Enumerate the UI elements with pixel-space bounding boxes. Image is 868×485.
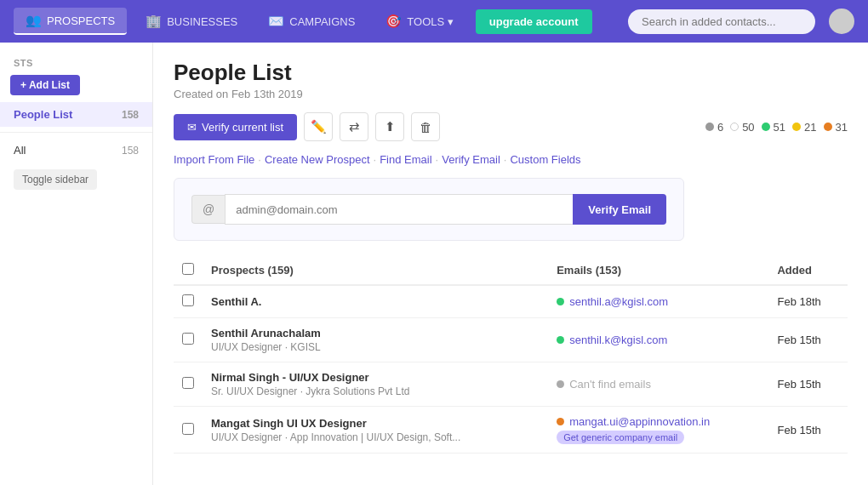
prospect-name-cell: Nirmal Singh - UI/UX DesignerSr. UI/UX D… <box>203 362 548 407</box>
table-row: Nirmal Singh - UI/UX DesignerSr. UI/UX D… <box>174 362 848 407</box>
sidebar-item-label-all: All <box>14 144 26 157</box>
prospect-name-cell: Mangat Singh UI UX DesignerUI/UX Designe… <box>203 407 548 454</box>
nav-label-prospects: PROSPECTS <box>47 14 115 27</box>
row-checkbox-0[interactable] <box>182 294 194 306</box>
nav-label-campaigns: CAMPAIGNS <box>289 15 355 28</box>
nav-item-businesses[interactable]: 🏢 BUSINESSES <box>134 9 249 34</box>
page-subtitle: Created on Feb 13th 2019 <box>174 88 848 100</box>
nav-item-prospects[interactable]: 👥 PROSPECTS <box>14 8 127 35</box>
orange-dot <box>824 123 832 131</box>
email-text: mangat.ui@appinnovation.in <box>569 415 710 428</box>
upgrade-button[interactable]: upgrade account <box>476 9 592 34</box>
orange-count: 31 <box>836 121 848 134</box>
find-email-link[interactable]: Find Email <box>380 153 431 166</box>
trash-icon: 🗑 <box>420 120 432 134</box>
cant-find-text: Can't find emails <box>569 378 651 391</box>
prospect-name-cell: Senthil A. <box>203 285 548 318</box>
prospect-sub: Sr. UI/UX Designer · Jykra Solutions Pvt… <box>211 385 540 397</box>
white-dot <box>730 123 739 131</box>
email-dot <box>557 336 564 344</box>
nav-label-businesses: BUSINESSES <box>167 15 237 28</box>
prospects-table: Prospects (159) Emails (153) Added Senth… <box>174 256 848 454</box>
sort-button[interactable]: ⇄ <box>340 112 368 141</box>
email-cell: Can't find emails <box>548 362 768 407</box>
gray-count: 6 <box>717 121 723 134</box>
custom-fields-link[interactable]: Custom Fields <box>510 153 580 166</box>
layout: STS + Add List People List 158 All 158 T… <box>0 43 868 485</box>
create-new-prospect-link[interactable]: Create New Prospect <box>265 153 370 166</box>
status-dots: 6 50 51 21 31 <box>705 121 848 134</box>
edit-icon: ✏️ <box>311 119 327 134</box>
delete-button[interactable]: 🗑 <box>411 112 440 141</box>
import-from-file-link[interactable]: Import From File <box>174 153 254 166</box>
yellow-count: 21 <box>804 121 816 134</box>
sep-1: · <box>258 153 261 166</box>
status-badge-green: 51 <box>762 121 785 134</box>
email-dot <box>557 298 564 305</box>
toggle-sidebar-button[interactable]: Toggle sidebar <box>14 169 97 190</box>
main-content: People List Created on Feb 13th 2019 ✉ V… <box>153 43 868 485</box>
nav-label-tools: TOOLS ▾ <box>407 15 453 28</box>
navbar: 👥 PROSPECTS 🏢 BUSINESSES ✉️ CAMPAIGNS 🎯 … <box>0 0 868 43</box>
sep-3: · <box>436 153 439 166</box>
sidebar-item-people-list[interactable]: People List 158 <box>0 102 152 127</box>
verify-list-button[interactable]: ✉ Verify current list <box>174 114 297 140</box>
table-row: Senthil A.senthil.a@kgisl.comFeb 18th <box>174 285 848 318</box>
prospects-icon: 👥 <box>26 13 42 28</box>
sidebar-divider <box>0 132 152 133</box>
generic-badge[interactable]: Get generic company email <box>557 431 684 444</box>
sort-icon: ⇄ <box>349 119 360 134</box>
prospect-sub: UI/UX Designer · KGISL <box>211 341 540 353</box>
sidebar-item-all[interactable]: All 158 <box>0 138 152 163</box>
businesses-icon: 🏢 <box>146 14 162 29</box>
action-links: Import From File · Create New Prospect ·… <box>174 153 848 166</box>
prospect-sub: UI/UX Designer · App Innovation | UI/UX … <box>211 431 540 443</box>
added-date-cell: Feb 15th <box>768 407 848 454</box>
email-cell: senthil.k@kgisl.com <box>548 318 768 362</box>
col-prospects-header: Prospects (159) <box>203 256 548 285</box>
avatar <box>829 9 854 34</box>
nav-item-tools[interactable]: 🎯 TOOLS ▾ <box>374 9 465 34</box>
select-all-checkbox[interactable] <box>182 263 194 275</box>
sep-2: · <box>374 153 377 166</box>
tools-icon: 🎯 <box>385 14 402 29</box>
row-checkbox-1[interactable] <box>182 333 194 345</box>
added-date-cell: Feb 18th <box>768 285 848 318</box>
col-checkbox <box>174 256 203 285</box>
status-badge-white: 50 <box>730 121 754 134</box>
sidebar: STS + Add List People List 158 All 158 T… <box>0 43 153 485</box>
table-row: Senthil ArunachalamUI/UX Designer · KGIS… <box>174 318 848 362</box>
email-verify-input[interactable] <box>225 194 573 225</box>
verify-email-link[interactable]: Verify Email <box>442 153 500 166</box>
status-badge-yellow: 21 <box>792 121 816 134</box>
envelope-icon: ✉ <box>187 121 197 134</box>
gray-dot <box>705 123 714 131</box>
prospect-name-cell: Senthil ArunachalamUI/UX Designer · KGIS… <box>203 318 548 362</box>
added-date-cell: Feb 15th <box>768 362 848 407</box>
email-text: senthil.k@kgisl.com <box>569 334 667 346</box>
email-dot <box>557 380 564 388</box>
upload-button[interactable]: ⬆ <box>375 112 404 141</box>
sidebar-item-label: People List <box>14 108 72 121</box>
verify-email-button[interactable]: Verify Email <box>573 194 666 225</box>
campaigns-icon: ✉️ <box>268 14 284 29</box>
status-badge-gray: 6 <box>705 121 723 134</box>
row-checkbox-3[interactable] <box>182 423 194 435</box>
verify-email-box: @ Verify Email <box>174 178 684 241</box>
green-count: 51 <box>774 121 785 134</box>
nav-item-campaigns[interactable]: ✉️ CAMPAIGNS <box>256 9 367 34</box>
toolbar: ✉ Verify current list ✏️ ⇄ ⬆ 🗑 6 <box>174 112 848 141</box>
edit-button[interactable]: ✏️ <box>304 112 333 141</box>
prospect-name: Mangat Singh UI UX Designer <box>211 417 540 430</box>
email-text: senthil.a@kgisl.com <box>569 295 668 308</box>
sidebar-item-count-all: 158 <box>122 145 139 157</box>
col-emails-header: Emails (153) <box>548 256 768 285</box>
verify-list-label: Verify current list <box>202 121 283 134</box>
row-checkbox-2[interactable] <box>182 377 194 389</box>
yellow-dot <box>792 123 801 131</box>
upload-icon: ⬆ <box>385 119 396 134</box>
status-badge-orange: 31 <box>824 121 848 134</box>
add-list-button[interactable]: + Add List <box>10 75 80 95</box>
sep-4: · <box>504 153 507 166</box>
search-input[interactable] <box>628 9 815 34</box>
